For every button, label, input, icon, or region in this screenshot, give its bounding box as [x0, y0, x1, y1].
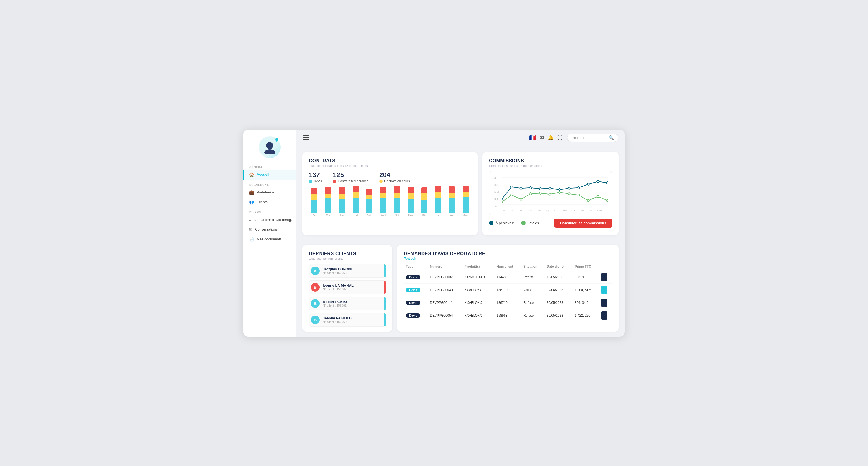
bar-seg-orange — [463, 192, 469, 197]
sidebar-item-clients[interactable]: 👥 Clients — [243, 197, 296, 207]
bar-seg-cyan — [325, 198, 331, 213]
bar-seg-orange — [394, 193, 400, 198]
svg-point-25 — [549, 193, 551, 195]
bar-month-label: Fév — [450, 214, 454, 217]
type-badge: Devis — [406, 288, 421, 292]
svg-text:Déc: Déc — [571, 209, 576, 212]
action-button[interactable] — [601, 286, 607, 294]
contrats-title: CONTRATS — [309, 158, 471, 163]
client-avatar: B — [311, 283, 319, 291]
sidebar-item-portefeuille[interactable]: 💼 Portefeuille — [243, 187, 296, 197]
table-cell-action[interactable] — [599, 271, 612, 283]
bar-seg-red — [435, 186, 441, 193]
bar-seg-orange — [380, 193, 386, 198]
action-button[interactable] — [601, 273, 607, 281]
mail-icon: ✉ — [249, 227, 253, 232]
fullscreen-button[interactable]: ⛶ — [557, 135, 562, 141]
sidebar-item-label-conversations: Conversations — [255, 227, 278, 231]
bar-group: Déc — [419, 187, 430, 217]
svg-point-16 — [578, 187, 580, 189]
svg-text:Nov: Nov — [563, 209, 567, 212]
svg-text:Juin: Juin — [519, 209, 523, 212]
bar-stack — [435, 186, 441, 213]
bottom-grid: DERNIERS CLIENTS Liste des derniers clie… — [302, 240, 619, 332]
clients-icon: 👥 — [249, 200, 254, 205]
client-bar — [384, 265, 385, 277]
sidebar-item-mes-documents[interactable]: 📄 Mes documents — [243, 235, 296, 244]
table-col-header: Numéro — [428, 263, 462, 271]
bar-seg-cyan — [394, 198, 400, 213]
bar-seg-cyan — [435, 198, 441, 213]
table-cell-prime: 856, 34 € — [573, 296, 599, 309]
table-cell-numero: DEVPPG00054 — [428, 309, 462, 322]
stat-devis-number: 137 — [309, 171, 322, 179]
bar-month-label: Juin — [339, 214, 344, 217]
bar-stack — [366, 189, 372, 213]
bar-seg-orange — [339, 194, 345, 199]
bar-seg-red — [408, 187, 413, 193]
bar-month-label: Avr — [312, 214, 317, 217]
client-item[interactable]: B Ivonne LA MANAL N° client : 159062 — [309, 280, 386, 294]
search-box[interactable]: 🔍 — [567, 133, 618, 142]
sidebar-item-conversations[interactable]: ✉ Conversations — [243, 224, 296, 235]
nav-section-divers: DIVERS — [243, 211, 261, 215]
svg-point-13 — [549, 187, 551, 189]
table-cell-action[interactable] — [599, 296, 612, 309]
y-label-wed: Wed — [494, 191, 500, 193]
avis-subtitle[interactable]: Tout voir — [404, 257, 612, 260]
client-item[interactable]: A Jacques DUPONT N° client : 159063 — [309, 264, 386, 278]
y-label-mon: Mon — [494, 177, 500, 180]
sidebar-item-demandes[interactable]: ≡ Demandes d'avis derog. — [243, 215, 296, 224]
contrats-stats: 137 Devis 125 Contrats temporaires — [309, 171, 471, 183]
table-cell-situation: Validé — [521, 283, 545, 296]
consult-commissions-button[interactable]: Consulter les commissions — [554, 219, 612, 227]
bar-group: Juill — [350, 186, 361, 217]
topbar-icons: 🇫🇷 ✉ 🔔 ⛶ — [529, 134, 562, 141]
action-button[interactable] — [601, 311, 607, 320]
client-item[interactable]: B Jeanne PAIBULO N° client : 159060 — [309, 313, 386, 327]
table-cell-action[interactable] — [599, 309, 612, 322]
sidebar-item-accueil[interactable]: 🏠 Accueil — [243, 170, 296, 180]
table-col-header: Prime TTC — [573, 263, 599, 271]
client-num: N° client : 159061 — [323, 304, 347, 307]
table-cell-num-client: 136710 — [494, 283, 521, 296]
bar-month-label: Déc — [422, 214, 427, 217]
sidebar-item-label-demandes: Demandes d'avis derog. — [254, 218, 292, 222]
app-container: GÉNÉRAL 🏠 Accueil RECHERCHE 💼 Portefeuil… — [243, 130, 625, 337]
client-avatar: A — [311, 267, 319, 275]
bar-seg-orange — [352, 192, 359, 198]
contrats-subtitle: Liste des contrats sur les 12 derniers m… — [309, 164, 471, 167]
client-bar — [384, 281, 385, 294]
client-item[interactable]: B Robert PLATO N° client : 159061 — [309, 297, 386, 310]
search-input[interactable] — [571, 136, 607, 140]
avatar-leaf-icon — [274, 137, 278, 142]
notification-button[interactable]: 🔔 — [548, 135, 554, 141]
bar-group: Fév — [446, 186, 457, 217]
y-axis: Mon Tue Wed Thu Sat — [494, 175, 502, 213]
bar-stack — [339, 187, 345, 213]
svg-point-29 — [587, 199, 589, 201]
table-col-header: Type — [404, 263, 428, 271]
svg-text:Août: Août — [537, 209, 541, 212]
clients-subtitle: Liste des derniers clients — [309, 257, 386, 260]
svg-point-0 — [266, 142, 273, 149]
table-cell-numero: DEVPPG00111 — [428, 296, 462, 309]
table-cell-prime: 503, 99 € — [573, 271, 599, 283]
table-cell-action[interactable] — [599, 283, 612, 296]
bar-seg-red — [422, 187, 428, 193]
table-cell-produit: XXVELOXX — [462, 283, 494, 296]
mail-button[interactable]: ✉ — [540, 135, 544, 141]
bar-seg-orange — [408, 193, 413, 199]
client-bar — [384, 297, 385, 310]
bar-group: Juin — [337, 187, 347, 217]
nav-section-recherche: RECHERCHE — [243, 183, 269, 187]
bar-seg-cyan — [352, 198, 359, 213]
client-num: N° client : 159062 — [323, 287, 353, 291]
svg-text:Fév: Fév — [589, 209, 593, 212]
hamburger-button[interactable] — [303, 135, 309, 140]
action-button[interactable] — [601, 299, 607, 307]
bar-stack — [311, 188, 317, 213]
bar-seg-red — [339, 187, 345, 194]
bar-month-label: Mars — [463, 214, 469, 217]
stat-cours-dot — [379, 180, 382, 183]
